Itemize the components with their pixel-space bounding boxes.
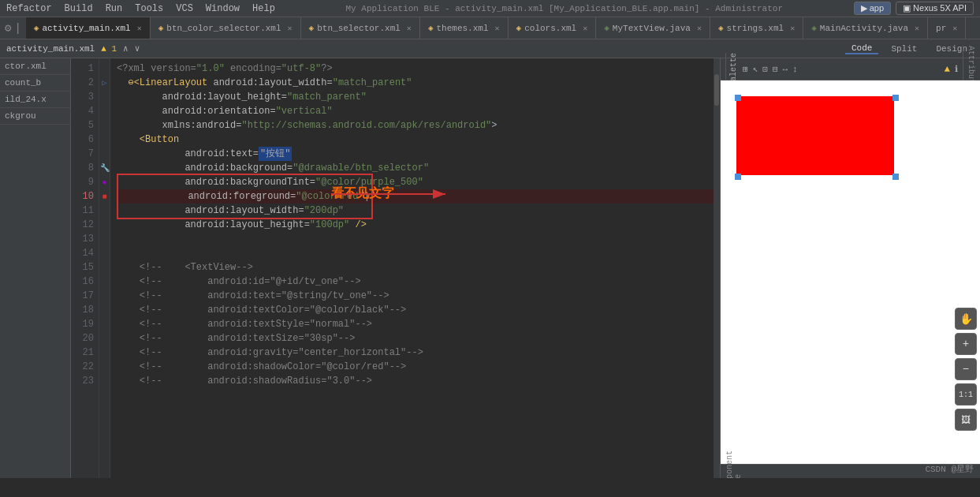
run-app-button[interactable]: ▶ app [854,2,891,15]
gutter-1 [99,62,110,76]
right-panel-content: ✋ + − 1:1 🖼 Component Tree CSDN @星野 [721,80,980,478]
gutter-20 [99,331,110,346]
gutter-2[interactable]: ▷ [99,76,110,90]
tab-close-icon[interactable]: ✕ [407,24,412,33]
sidebar-item-ctor[interactable]: ctor.xml [0,58,70,75]
xml-file-icon: ◈ [428,23,434,33]
tab-label: colors.xml [524,24,576,33]
gutter-10: ■ [99,189,110,204]
gutter-4 [99,104,110,118]
menu-run[interactable]: Run [106,3,123,14]
line-numbers: 1 2 3 4 5 6 7 8 9 10 11 12 13 14 15 16 1… [71,58,99,478]
code-line-18: <!-- android:textColor="@color/black"--> [117,303,714,317]
nav-up[interactable]: ∧ [123,43,129,54]
line-num-12: 12 [71,218,94,232]
xml-file-icon: ◈ [516,23,522,33]
gutter-7 [99,147,110,161]
tab-colors[interactable]: ◈ colors.xml ✕ [509,17,597,39]
menu-tools[interactable]: Tools [135,3,163,14]
menu-help[interactable]: Help [252,3,275,14]
info-icon[interactable]: ℹ [955,64,958,74]
sidebar-item-ild[interactable]: ild_24.x [0,92,70,108]
line-num-13: 13 [71,232,94,246]
screenshot-btn[interactable]: 🖼 [955,409,977,431]
java-file-icon: ◈ [811,23,817,33]
window-title: My Application BLE - activity_main.xml [… [288,4,841,13]
cursor-icon[interactable]: ↖ [753,64,758,74]
tab-close-icon[interactable]: ✕ [790,24,795,33]
gutter-5 [99,118,110,133]
code-line-15: <!-- <TextView--> [117,260,714,275]
gutter-16 [99,275,110,289]
gutter-19 [99,317,110,331]
tab-close-icon[interactable]: ✕ [137,24,142,33]
line-num-20: 20 [71,331,94,346]
tab-close-icon[interactable]: ✕ [952,24,957,33]
corner-handle-br[interactable] [892,174,899,180]
sidebar-item-ckgrou[interactable]: ckgrou [0,108,70,125]
h-resize-icon[interactable]: ↔ [783,65,788,74]
tab-btn-selector[interactable]: ◈ btn_selector.xml ✕ [301,17,420,39]
tab-mytextview[interactable]: ◈ MyTextView.java ✕ [596,17,710,39]
tab-label: activity_main.xml [42,24,130,33]
zoom-out-btn[interactable]: − [955,358,977,380]
preview-red-button [736,96,894,175]
corner-handle-tr[interactable] [892,95,899,101]
code-line-22: <!-- android:shadowColor="@color/red"--> [117,360,714,374]
zoom-in-btn[interactable]: + [955,333,977,355]
tab-activity-main[interactable]: ◈ activity_main.xml ✕ [26,17,151,39]
warn-icon[interactable]: ▲ [945,64,950,75]
line-num-14: 14 [71,246,94,260]
corner-handle-bl[interactable] [735,174,741,180]
line-num-6: 6 [71,133,94,147]
line-num-1: 1 [71,62,94,76]
scroll-thumb[interactable] [714,74,719,106]
v-resize-icon[interactable]: ↕ [792,65,798,74]
tab-label: MyTextView.java [613,24,691,33]
corner-handle-tl[interactable] [735,95,741,101]
code-line-23: <!-- android:shadowRadius="3.0"--> [117,374,714,388]
main-area: ctor.xml count_b ild_24.x ckgrou 1 2 3 4… [0,58,980,478]
gutter-21 [99,346,110,360]
code-line-10: android:foreground="@color/red"| [117,189,714,204]
tab-close-icon[interactable]: ✕ [915,24,919,33]
gutter-15 [99,260,110,275]
tab-strings[interactable]: ◈ strings.xml ✕ [710,17,803,39]
tab-btn-color-selector[interactable]: ◈ btn_color_selector.xml ✕ [151,17,301,39]
hand-tool-btn[interactable]: ✋ [955,308,977,330]
tab-themes[interactable]: ◈ themes.xml ✕ [420,17,509,39]
tab-label: themes.xml [437,24,489,33]
gutter-18 [99,303,110,317]
code-content[interactable]: <?xml version="1.0" encoding="utf-8"?> ⊖… [110,58,720,478]
code-line-13 [117,232,714,246]
tab-code[interactable]: Code [845,43,878,54]
tab-close-icon[interactable]: ✕ [495,24,500,33]
nav-down[interactable]: ∨ [135,43,140,54]
nexus-button[interactable]: ▣ Nexus 5X API [896,2,974,15]
tab-label: pr [936,24,946,33]
scroll-indicator[interactable] [714,58,720,478]
zoom-fit-btn[interactable]: 1:1 [955,383,977,405]
menu-window[interactable]: Window [206,3,240,14]
tab-close-icon[interactable]: ✕ [583,24,587,33]
settings-icon[interactable]: ⚙ [5,21,11,35]
tab-mainactivity[interactable]: ◈ MainActivity.java ✕ [803,17,928,39]
tab-split[interactable]: Split [885,44,923,54]
line-num-3: 3 [71,90,94,104]
layout-icon[interactable]: ⊡ [762,64,768,74]
menu-refactor[interactable]: Refactor [6,3,52,14]
line-num-10: 10 [71,189,94,204]
menu-build[interactable]: Build [65,3,93,14]
gutter-8[interactable]: 🔧 [99,161,110,175]
resize-icon[interactable]: ⊟ [773,64,778,74]
sidebar-item-count[interactable]: count_b [0,75,70,92]
move-icon[interactable]: ⊞ [743,64,748,74]
code-line-3: android:layout_height="match_parent" [117,90,714,104]
tab-close-icon[interactable]: ✕ [697,24,702,33]
code-line-21: <!-- android:gravity="center_horizontal"… [117,346,714,360]
tab-close-icon[interactable]: ✕ [288,24,293,33]
gutter-17 [99,289,110,303]
menu-vcs[interactable]: VCS [176,3,193,14]
tab-label: btn_color_selector.xml [166,24,281,33]
tab-pr[interactable]: pr ✕ [928,17,966,39]
